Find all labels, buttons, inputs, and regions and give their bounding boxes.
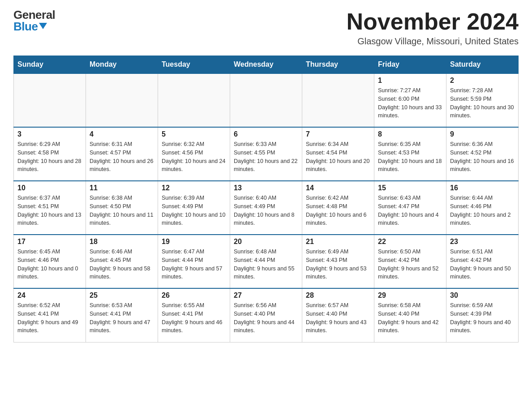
logo-triangle-icon [39,23,47,29]
day-number: 19 [162,238,226,246]
calendar-cell: 2Sunrise: 7:28 AM Sunset: 5:59 PM Daylig… [446,73,519,127]
day-number: 7 [306,130,370,138]
day-info: Sunrise: 6:58 AM Sunset: 4:40 PM Dayligh… [378,301,442,335]
calendar-cell: 16Sunrise: 6:44 AM Sunset: 4:46 PM Dayli… [446,181,519,235]
day-number: 6 [234,130,298,138]
day-info: Sunrise: 6:50 AM Sunset: 4:42 PM Dayligh… [378,248,442,281]
day-number: 23 [450,238,515,246]
day-number: 4 [90,130,154,138]
calendar-cell: 11Sunrise: 6:38 AM Sunset: 4:50 PM Dayli… [86,181,158,235]
day-info: Sunrise: 6:31 AM Sunset: 4:57 PM Dayligh… [90,140,154,174]
week-row-5: 24Sunrise: 6:52 AM Sunset: 4:41 PM Dayli… [14,288,519,342]
day-info: Sunrise: 6:34 AM Sunset: 4:54 PM Dayligh… [306,140,370,174]
day-info: Sunrise: 6:43 AM Sunset: 4:47 PM Dayligh… [378,194,442,227]
day-number: 24 [17,291,82,300]
calendar-cell: 10Sunrise: 6:37 AM Sunset: 4:51 PM Dayli… [14,181,86,235]
day-info: Sunrise: 6:48 AM Sunset: 4:44 PM Dayligh… [234,248,298,281]
day-number: 14 [306,184,370,192]
day-header-thursday: Thursday [302,56,374,74]
day-number: 28 [306,291,370,300]
calendar-cell [230,73,302,127]
day-number: 29 [378,291,442,300]
day-number: 5 [162,130,226,138]
calendar-cell: 7Sunrise: 6:34 AM Sunset: 4:54 PM Daylig… [302,127,374,181]
day-info: Sunrise: 7:27 AM Sunset: 6:00 PM Dayligh… [378,86,442,120]
day-number: 30 [450,291,515,300]
calendar-cell: 12Sunrise: 6:39 AM Sunset: 4:49 PM Dayli… [158,181,230,235]
day-info: Sunrise: 6:37 AM Sunset: 4:51 PM Dayligh… [17,194,82,227]
title-area: November 2024 Glasgow Village, Missouri,… [347,9,519,47]
day-info: Sunrise: 6:46 AM Sunset: 4:45 PM Dayligh… [90,248,154,281]
logo: General Blue [13,9,55,32]
calendar-cell: 18Sunrise: 6:46 AM Sunset: 4:45 PM Dayli… [86,235,158,288]
calendar-cell: 26Sunrise: 6:55 AM Sunset: 4:41 PM Dayli… [158,288,230,342]
day-number: 2 [450,77,515,85]
day-info: Sunrise: 6:35 AM Sunset: 4:53 PM Dayligh… [378,140,442,174]
day-number: 26 [162,291,226,300]
calendar-table: SundayMondayTuesdayWednesdayThursdayFrid… [13,56,519,342]
day-number: 16 [450,184,515,192]
day-number: 1 [378,77,442,85]
calendar-cell: 14Sunrise: 6:42 AM Sunset: 4:48 PM Dayli… [302,181,374,235]
calendar-cell: 1Sunrise: 7:27 AM Sunset: 6:00 PM Daylig… [374,73,446,127]
day-info: Sunrise: 6:53 AM Sunset: 4:41 PM Dayligh… [90,301,154,335]
week-row-4: 17Sunrise: 6:45 AM Sunset: 4:46 PM Dayli… [14,235,519,288]
calendar-cell: 20Sunrise: 6:48 AM Sunset: 4:44 PM Dayli… [230,235,302,288]
day-number: 20 [234,238,298,246]
day-info: Sunrise: 6:47 AM Sunset: 4:44 PM Dayligh… [162,248,226,281]
day-number: 12 [162,184,226,192]
day-info: Sunrise: 6:33 AM Sunset: 4:55 PM Dayligh… [234,140,298,174]
calendar-cell [14,73,86,127]
calendar-cell: 17Sunrise: 6:45 AM Sunset: 4:46 PM Dayli… [14,235,86,288]
calendar-cell: 4Sunrise: 6:31 AM Sunset: 4:57 PM Daylig… [86,127,158,181]
day-info: Sunrise: 6:32 AM Sunset: 4:56 PM Dayligh… [162,140,226,174]
day-info: Sunrise: 6:44 AM Sunset: 4:46 PM Dayligh… [450,194,515,227]
calendar-cell: 21Sunrise: 6:49 AM Sunset: 4:43 PM Dayli… [302,235,374,288]
day-number: 22 [378,238,442,246]
day-number: 25 [90,291,154,300]
day-header-tuesday: Tuesday [158,56,230,74]
month-year-title: November 2024 [347,9,519,34]
day-number: 13 [234,184,298,192]
day-info: Sunrise: 6:40 AM Sunset: 4:49 PM Dayligh… [234,194,298,227]
day-number: 15 [378,184,442,192]
day-info: Sunrise: 6:39 AM Sunset: 4:49 PM Dayligh… [162,194,226,227]
calendar-cell: 22Sunrise: 6:50 AM Sunset: 4:42 PM Dayli… [374,235,446,288]
day-info: Sunrise: 6:55 AM Sunset: 4:41 PM Dayligh… [162,301,226,335]
day-header-wednesday: Wednesday [230,56,302,74]
day-info: Sunrise: 6:51 AM Sunset: 4:42 PM Dayligh… [450,248,515,281]
calendar-cell: 28Sunrise: 6:57 AM Sunset: 4:40 PM Dayli… [302,288,374,342]
page-header: General Blue November 2024 Glasgow Villa… [13,9,519,47]
calendar-cell: 8Sunrise: 6:35 AM Sunset: 4:53 PM Daylig… [374,127,446,181]
calendar-cell: 3Sunrise: 6:29 AM Sunset: 4:58 PM Daylig… [14,127,86,181]
day-header-sunday: Sunday [14,56,86,74]
calendar-cell: 25Sunrise: 6:53 AM Sunset: 4:41 PM Dayli… [86,288,158,342]
day-number: 18 [90,238,154,246]
day-number: 27 [234,291,298,300]
day-info: Sunrise: 6:29 AM Sunset: 4:58 PM Dayligh… [17,140,82,174]
day-header-monday: Monday [86,56,158,74]
calendar-cell: 23Sunrise: 6:51 AM Sunset: 4:42 PM Dayli… [446,235,519,288]
calendar-cell: 27Sunrise: 6:56 AM Sunset: 4:40 PM Dayli… [230,288,302,342]
location-subtitle: Glasgow Village, Missouri, United States [347,36,519,47]
day-info: Sunrise: 7:28 AM Sunset: 5:59 PM Dayligh… [450,86,515,120]
day-number: 3 [17,130,82,138]
day-info: Sunrise: 6:36 AM Sunset: 4:52 PM Dayligh… [450,140,515,174]
day-number: 11 [90,184,154,192]
day-info: Sunrise: 6:45 AM Sunset: 4:46 PM Dayligh… [17,248,82,281]
calendar-cell: 30Sunrise: 6:59 AM Sunset: 4:39 PM Dayli… [446,288,519,342]
week-row-3: 10Sunrise: 6:37 AM Sunset: 4:51 PM Dayli… [14,181,519,235]
day-info: Sunrise: 6:42 AM Sunset: 4:48 PM Dayligh… [306,194,370,227]
calendar-cell [302,73,374,127]
days-header-row: SundayMondayTuesdayWednesdayThursdayFrid… [14,56,519,74]
day-number: 17 [17,238,82,246]
logo-general-text: General [13,9,55,21]
day-info: Sunrise: 6:52 AM Sunset: 4:41 PM Dayligh… [17,301,82,335]
calendar-cell: 6Sunrise: 6:33 AM Sunset: 4:55 PM Daylig… [230,127,302,181]
day-number: 21 [306,238,370,246]
day-number: 8 [378,130,442,138]
day-info: Sunrise: 6:56 AM Sunset: 4:40 PM Dayligh… [234,301,298,335]
day-number: 9 [450,130,515,138]
calendar-cell: 13Sunrise: 6:40 AM Sunset: 4:49 PM Dayli… [230,181,302,235]
day-info: Sunrise: 6:38 AM Sunset: 4:50 PM Dayligh… [90,194,154,227]
